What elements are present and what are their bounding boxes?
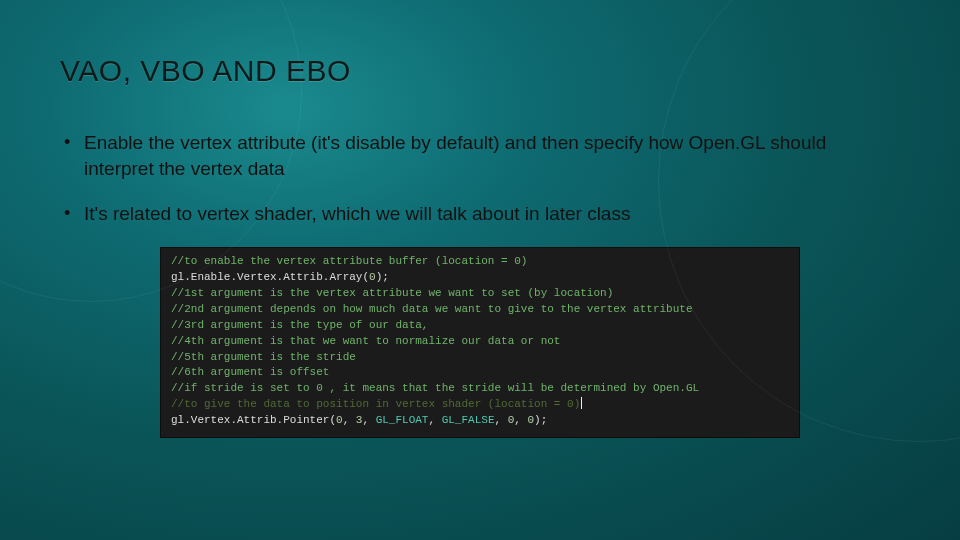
code-line: //6th argument is offset — [171, 365, 789, 381]
code-line: //4th argument is that we want to normal… — [171, 334, 789, 350]
code-line: //if stride is set to 0 , it means that … — [171, 381, 789, 397]
code-line: //2nd argument depends on how much data … — [171, 302, 789, 318]
code-line: //to enable the vertex attribute buffer … — [171, 254, 789, 270]
slide-title: VAO, VBO AND EBO — [60, 54, 900, 88]
bullet-item: Enable the vertex attribute (it's disabl… — [60, 130, 840, 181]
code-line: //5th argument is the stride — [171, 350, 789, 366]
bullet-item: It's related to vertex shader, which we … — [60, 201, 840, 227]
code-line: //3rd argument is the type of our data, — [171, 318, 789, 334]
code-line: gl.Vertex.Attrib.Pointer(0, 3, GL_FLOAT,… — [171, 413, 789, 429]
code-line: //to give the data to position in vertex… — [171, 397, 789, 413]
bullet-list: Enable the vertex attribute (it's disabl… — [60, 130, 900, 227]
code-line: gl.Enable.Vertex.Attrib.Array(0); — [171, 270, 789, 286]
code-snippet: //to enable the vertex attribute buffer … — [160, 247, 800, 438]
code-line: //1st argument is the vertex attribute w… — [171, 286, 789, 302]
